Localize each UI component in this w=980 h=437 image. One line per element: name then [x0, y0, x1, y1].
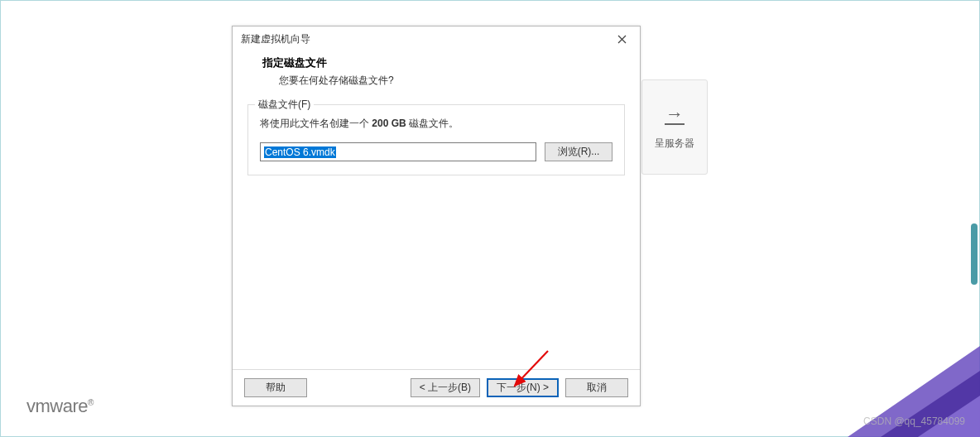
dialog-titlebar: 新建虚拟机向导: [233, 26, 640, 51]
vmware-logo: vmware®: [26, 396, 94, 417]
arrow-right-icon: →: [665, 103, 684, 125]
remote-server-card[interactable]: → 呈服务器: [641, 79, 708, 175]
file-row: CentOS 6.vmdk 浏览(R)...: [260, 142, 612, 161]
disk-filename-input[interactable]: CentOS 6.vmdk: [260, 142, 536, 161]
group-legend: 磁盘文件(F): [255, 98, 314, 112]
cancel-button[interactable]: 取消: [565, 378, 628, 397]
help-button[interactable]: 帮助: [244, 378, 307, 397]
logo-reg: ®: [88, 398, 94, 407]
next-button[interactable]: 下一步(N) >: [487, 378, 559, 397]
desc-size: 200 GB: [372, 118, 406, 129]
divider: [665, 123, 685, 125]
close-button[interactable]: [610, 30, 633, 48]
desc-prefix: 将使用此文件名创建一个: [260, 118, 372, 129]
disk-file-group: 磁盘文件(F) 将使用此文件名创建一个 200 GB 磁盘文件。 CentOS …: [247, 104, 625, 175]
dialog-header: 指定磁盘文件 您要在何处存储磁盘文件?: [233, 51, 640, 96]
back-button[interactable]: < 上一步(B): [411, 378, 480, 397]
dialog-content: 磁盘文件(F) 将使用此文件名创建一个 200 GB 磁盘文件。 CentOS …: [233, 96, 640, 369]
close-icon: [617, 35, 627, 44]
logo-text: vmware: [26, 396, 88, 416]
desc-suffix: 磁盘文件。: [406, 118, 459, 129]
dialog-title: 新建虚拟机向导: [241, 32, 610, 46]
dialog-footer: 帮助 < 上一步(B) 下一步(N) > 取消: [233, 369, 640, 406]
watermark: CSDN @qq_45784099: [863, 415, 965, 427]
dialog-heading: 指定磁盘文件: [262, 56, 640, 70]
new-vm-wizard-dialog: 新建虚拟机向导 指定磁盘文件 您要在何处存储磁盘文件? 磁盘文件(F) 将使用此…: [232, 26, 641, 406]
group-description: 将使用此文件名创建一个 200 GB 磁盘文件。: [260, 117, 612, 131]
dialog-subheading: 您要在何处存储磁盘文件?: [279, 74, 640, 88]
browse-button[interactable]: 浏览(R)...: [545, 142, 612, 161]
scrollbar-thumb[interactable]: [971, 223, 978, 285]
card-label: 呈服务器: [655, 137, 694, 151]
filename-value: CentOS 6.vmdk: [264, 146, 336, 158]
